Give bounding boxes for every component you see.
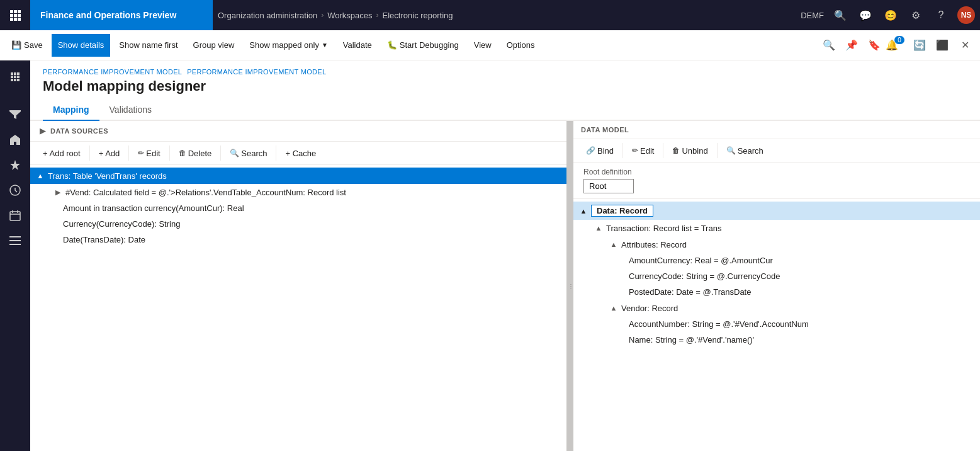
bind-button[interactable]: 🔗 Bind: [581, 144, 619, 157]
search-button[interactable]: 🔍 Search: [225, 147, 272, 160]
tree-item-amount-currency[interactable]: AmountCurrency: Real = @.AmountCur: [573, 253, 980, 268]
tree-item-currency[interactable]: Currency(CurrencyCode): String: [30, 216, 566, 232]
svg-rect-22: [9, 244, 21, 245]
tree-toggle-vend[interactable]: ▶: [53, 187, 63, 197]
dm-edit-button[interactable]: ✏ Edit: [627, 144, 659, 157]
add-root-button[interactable]: + Add root: [38, 147, 86, 160]
toggle-vendor[interactable]: ▲: [609, 303, 619, 313]
tab-validations[interactable]: Validations: [99, 100, 162, 121]
breadcrumb-er[interactable]: Electronic reporting: [383, 11, 453, 20]
show-name-first-button[interactable]: Show name first: [113, 34, 184, 57]
nav-clock-icon[interactable]: [4, 179, 26, 202]
content-area: PERFORMANCE IMPROVEMENT MODEL PERFORMANC…: [30, 60, 980, 451]
tree-item-data-record[interactable]: ▲ Data: Record: [573, 202, 980, 220]
cache-button[interactable]: + Cache: [280, 147, 321, 160]
toggle-transaction[interactable]: ▲: [594, 223, 604, 233]
save-icon: 💾: [11, 40, 21, 50]
dropdown-arrow-icon: ▼: [322, 42, 328, 49]
nav-home-icon[interactable]: [4, 66, 26, 88]
save-button[interactable]: 💾 Save: [5, 34, 49, 57]
start-debugging-button[interactable]: 🐛 Start Debugging: [381, 34, 465, 57]
options-button[interactable]: Options: [500, 34, 541, 57]
toggle-data[interactable]: ▲: [578, 206, 589, 216]
dm-edit-icon: ✏: [632, 146, 638, 155]
dm-sep-2: [663, 143, 663, 158]
data-sources-toolbar: + Add root + Add ✏ Edit 🗑 Delete: [30, 142, 566, 165]
avatar[interactable]: NS: [957, 6, 975, 24]
search-icon[interactable]: 🔍: [831, 6, 849, 24]
nav-filter-icon[interactable]: [4, 103, 26, 126]
tree-item-currency-code[interactable]: CurrencyCode: String = @.CurrencyCode: [573, 268, 980, 284]
svg-rect-19: [10, 212, 20, 220]
popout-icon[interactable]: ⬛: [932, 35, 952, 55]
toggle-attributes[interactable]: ▲: [609, 239, 619, 249]
show-details-button[interactable]: Show details: [52, 34, 111, 57]
env-label: DEMF: [801, 11, 824, 20]
notification-badge: 0: [894, 36, 904, 44]
breadcrumb-org[interactable]: Organization administration: [218, 11, 317, 20]
data-sources-toggle[interactable]: ▶: [38, 126, 48, 136]
notification-icon[interactable]: 💬: [857, 6, 874, 24]
data-model-tree: ▲ Data: Record ▲ Transaction: Record lis…: [573, 199, 980, 451]
nav-calendar-icon[interactable]: [4, 204, 26, 227]
svg-rect-15: [11, 79, 13, 81]
tree-item-amount[interactable]: Amount in transaction currency(AmountCur…: [30, 200, 566, 216]
toolbar-right: 🔍 📌 🔖 🔔0 🔄 ⬛ ✕: [819, 35, 975, 55]
svg-rect-4: [14, 14, 17, 17]
root-definition-section: Root definition Root: [573, 163, 980, 199]
nav-star-icon[interactable]: [4, 154, 26, 176]
delete-button[interactable]: 🗑 Delete: [174, 147, 217, 160]
settings-icon[interactable]: ⚙: [907, 6, 925, 24]
svg-rect-12: [11, 76, 13, 78]
edit-button[interactable]: ✏ Edit: [133, 147, 165, 160]
breadcrumb-sep-1: ›: [321, 11, 324, 20]
nav-list-icon[interactable]: [4, 229, 26, 252]
tree-toggle-trans[interactable]: ▲: [35, 171, 45, 181]
show-mapped-only-button[interactable]: Show mapped only ▼: [243, 34, 334, 57]
group-view-button[interactable]: Group view: [187, 34, 241, 57]
page-title: Model mapping designer: [30, 76, 980, 100]
debug-icon: 🐛: [387, 40, 397, 50]
tree-item-name[interactable]: Name: String = @.'#Vend'.'name()': [573, 332, 980, 348]
notifications-icon[interactable]: 🔔0: [887, 35, 907, 55]
page-breadcrumb: PERFORMANCE IMPROVEMENT MODEL PERFORMANC…: [30, 60, 980, 76]
validate-button[interactable]: Validate: [337, 34, 378, 57]
toolbar-sep-2: [128, 146, 129, 161]
split-pane: ▶ DATA SOURCES + Add root + Add ✏ Edit 🗑: [30, 121, 980, 451]
root-def-value: Root: [583, 179, 634, 193]
dm-sep-1: [622, 143, 623, 158]
tree-item-posted-date[interactable]: PostedDate: Date = @.TransDate: [573, 284, 980, 300]
help-icon[interactable]: ?: [932, 6, 950, 24]
drag-handle[interactable]: ⋮: [568, 121, 573, 451]
breadcrumb-workspaces[interactable]: Workspaces: [327, 11, 372, 20]
breadcrumb-part1[interactable]: PERFORMANCE IMPROVEMENT MODEL: [43, 68, 182, 76]
tree-item-vendor[interactable]: ▲ Vendor: Record: [573, 300, 980, 316]
close-icon[interactable]: ✕: [955, 35, 975, 55]
nav-home2-icon[interactable]: [4, 128, 26, 151]
bind-icon: 🔗: [586, 146, 595, 155]
add-button[interactable]: + Add: [94, 147, 125, 160]
pin-icon[interactable]: 📌: [842, 35, 862, 55]
emoji-icon[interactable]: 😊: [882, 6, 899, 24]
tree-item-account-number[interactable]: AccountNumber: String = @.'#Vend'.Accoun…: [573, 316, 980, 332]
svg-rect-5: [18, 14, 21, 17]
search-toolbar-icon[interactable]: 🔍: [819, 35, 839, 55]
unbind-button[interactable]: 🗑 Unbind: [667, 144, 712, 157]
tree-item-trans[interactable]: ▲ Trans: Table 'VendTrans' records: [30, 168, 566, 184]
dm-search-button[interactable]: 🔍 Search: [721, 144, 769, 157]
bookmark-icon[interactable]: 🔖: [864, 35, 884, 55]
tree-item-attributes[interactable]: ▲ Attributes: Record: [573, 236, 980, 253]
svg-rect-20: [9, 236, 21, 237]
grid-menu-icon[interactable]: [5, 5, 25, 25]
refresh-icon[interactable]: 🔄: [910, 35, 930, 55]
dm-sep-3: [717, 143, 718, 158]
tree-item-date[interactable]: Date(TransDate): Date: [30, 232, 566, 248]
view-button[interactable]: View: [468, 34, 498, 57]
tab-mapping[interactable]: Mapping: [43, 100, 99, 121]
svg-rect-21: [9, 240, 21, 241]
breadcrumb-part2[interactable]: PERFORMANCE IMPROVEMENT MODEL: [187, 68, 326, 76]
toolbar-sep-3: [169, 146, 170, 161]
svg-rect-0: [10, 10, 13, 13]
tree-item-transaction[interactable]: ▲ Transaction: Record list = Trans: [573, 220, 980, 236]
tree-item-vend[interactable]: ▶ #Vend: Calculated field = @.'>Relation…: [30, 184, 566, 200]
